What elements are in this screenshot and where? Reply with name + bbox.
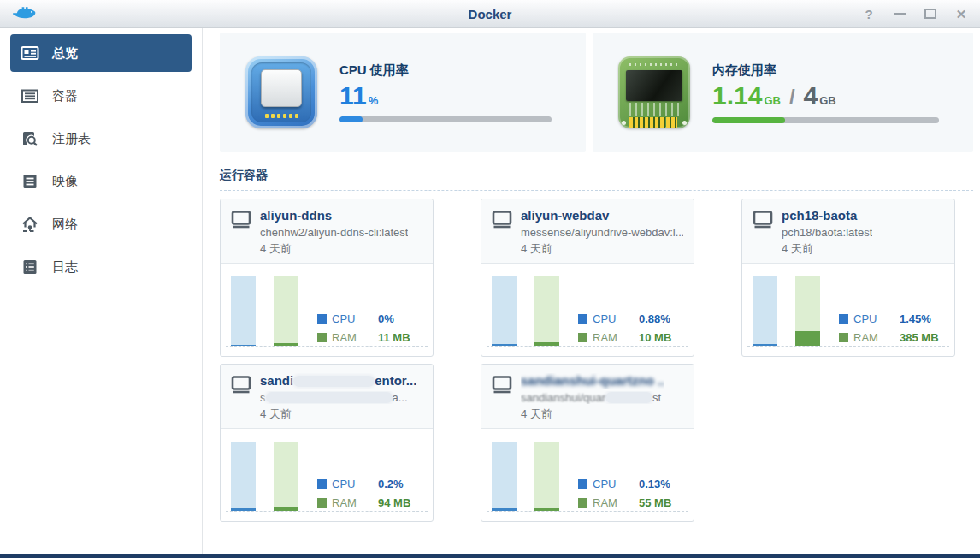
card-body: CPU 0.88% RAM 10 MB bbox=[481, 264, 694, 356]
stats-row: CPU 使用率 11 % bbox=[220, 33, 973, 152]
container-image: sa... bbox=[260, 391, 416, 404]
cpu-percent-unit: % bbox=[369, 94, 379, 107]
sidebar-item-overview[interactable]: 总览 bbox=[10, 34, 192, 72]
chart-baseline bbox=[226, 511, 428, 512]
container-name: aliyun-ddns bbox=[260, 208, 408, 224]
cpu-value: 0.88% bbox=[639, 312, 671, 325]
window-controls: ? ✕ bbox=[862, 7, 968, 21]
memory-used-value: 1.14 bbox=[712, 83, 762, 109]
ram-legend-swatch bbox=[839, 333, 848, 342]
maximize-button[interactable] bbox=[924, 7, 937, 21]
cpu-progress-bar bbox=[339, 116, 552, 122]
help-button[interactable]: ? bbox=[862, 7, 876, 21]
container-card-redacted-1[interactable]: sandientor... sa... 4 天前 CPU 0.2% bbox=[220, 364, 434, 522]
container-age: 4 天前 bbox=[521, 241, 683, 257]
main-content: CPU 使用率 11 % bbox=[203, 28, 980, 554]
ram-legend-swatch bbox=[317, 498, 327, 508]
ram-legend-label: RAM bbox=[332, 331, 378, 344]
container-monitor-icon bbox=[231, 208, 251, 257]
container-name: aliyun-webdav bbox=[521, 208, 683, 224]
sidebar-item-containers[interactable]: 容器 bbox=[0, 74, 202, 117]
chart-baseline bbox=[747, 346, 949, 347]
image-list-icon bbox=[21, 172, 39, 191]
docker-app-window: Docker ? ✕ 总览 容器 bbox=[0, 0, 980, 558]
cpu-legend-label: CPU bbox=[853, 312, 900, 325]
card-legend: CPU 0% RAM 11 MB bbox=[317, 312, 410, 344]
card-header: sandianshui-quartzno .. sandianshui/quar… bbox=[481, 365, 694, 429]
sidebar-item-label: 容器 bbox=[52, 88, 78, 104]
memory-total-unit: GB bbox=[819, 94, 836, 107]
cpu-usage-value: 11 % bbox=[339, 83, 552, 109]
card-legend: CPU 0.13% RAM 55 MB bbox=[578, 478, 671, 509]
log-icon bbox=[21, 258, 39, 276]
cpu-legend-swatch bbox=[839, 314, 848, 324]
cpu-percent-value: 11 bbox=[339, 83, 367, 109]
sidebar-item-label: 总览 bbox=[52, 45, 78, 62]
ram-legend-label: RAM bbox=[332, 496, 378, 509]
sidebar-item-images[interactable]: 映像 bbox=[0, 160, 202, 203]
cpu-mini-chart bbox=[231, 276, 256, 346]
cpu-legend-label: CPU bbox=[332, 478, 378, 490]
sidebar-item-registry[interactable]: 注册表 bbox=[0, 117, 202, 160]
minimize-button[interactable] bbox=[893, 7, 906, 21]
memory-progress-fill bbox=[712, 117, 785, 123]
overview-icon bbox=[21, 44, 39, 62]
ram-legend-label: RAM bbox=[593, 331, 639, 344]
container-monitor-icon bbox=[753, 208, 773, 257]
ram-mini-chart bbox=[274, 442, 298, 511]
ram-mini-chart bbox=[534, 276, 559, 346]
container-image: sandianshui/quarst bbox=[521, 391, 664, 404]
cpu-value: 0% bbox=[378, 312, 410, 325]
container-monitor-icon bbox=[231, 373, 251, 422]
cpu-mini-chart bbox=[492, 276, 517, 346]
chart-baseline bbox=[226, 346, 428, 347]
sidebar-item-network[interactable]: 网络 bbox=[0, 203, 202, 246]
card-header: aliyun-ddns chenhw2/aliyun-ddns-cli:late… bbox=[221, 199, 433, 264]
container-card-redacted-2[interactable]: sandianshui-quartzno .. sandianshui/quar… bbox=[481, 364, 694, 522]
card-header: pch18-baota pch18/baota:latest 4 天前 bbox=[742, 199, 954, 264]
memory-progress-bar bbox=[712, 117, 939, 123]
ram-chip-icon bbox=[618, 56, 690, 128]
ram-legend-label: RAM bbox=[593, 496, 639, 509]
cpu-legend-label: CPU bbox=[593, 478, 639, 490]
card-header: aliyun-webdav messense/aliyundrive-webda… bbox=[481, 199, 694, 264]
ram-value: 385 MB bbox=[900, 331, 939, 344]
titlebar: Docker ? ✕ bbox=[0, 0, 980, 28]
card-body: CPU 1.45% RAM 385 MB bbox=[742, 264, 954, 356]
container-name: sandientor... bbox=[260, 373, 416, 389]
container-name: sandianshui-quartzno .. bbox=[521, 373, 664, 389]
sidebar-item-label: 映像 bbox=[52, 174, 78, 190]
cpu-mini-chart bbox=[492, 442, 517, 511]
redaction-smudge bbox=[605, 392, 652, 403]
ram-value: 55 MB bbox=[639, 496, 671, 509]
cpu-mini-chart bbox=[753, 276, 777, 346]
container-card-aliyun-webdav[interactable]: aliyun-webdav messense/aliyundrive-webda… bbox=[481, 199, 694, 357]
cpu-legend-label: CPU bbox=[332, 312, 378, 325]
sidebar-item-label: 日志 bbox=[52, 259, 78, 276]
network-icon bbox=[21, 215, 39, 234]
cpu-usage-title: CPU 使用率 bbox=[339, 62, 552, 79]
ram-legend-swatch bbox=[578, 498, 587, 508]
cpu-chip-icon bbox=[245, 56, 317, 128]
window-title: Docker bbox=[0, 7, 980, 21]
redaction-smudge bbox=[266, 392, 393, 403]
card-legend: CPU 0.88% RAM 10 MB bbox=[578, 312, 671, 344]
memory-usage-title: 内存使用率 bbox=[712, 62, 939, 79]
card-legend: CPU 0.2% RAM 94 MB bbox=[317, 478, 410, 509]
memory-used-unit: GB bbox=[764, 94, 781, 107]
close-button[interactable]: ✕ bbox=[954, 7, 968, 21]
redaction-smudge bbox=[293, 376, 375, 387]
container-image: pch18/baota:latest bbox=[782, 226, 872, 239]
running-containers-heading: 运行容器 bbox=[220, 168, 973, 191]
container-card-pch18-baota[interactable]: pch18-baota pch18/baota:latest 4 天前 CPU … bbox=[741, 199, 955, 357]
container-monitor-icon bbox=[492, 373, 512, 422]
container-card-aliyun-ddns[interactable]: aliyun-ddns chenhw2/aliyun-ddns-cli:late… bbox=[220, 199, 434, 357]
card-body: CPU 0.13% RAM 55 MB bbox=[481, 429, 694, 521]
cpu-value: 0.2% bbox=[378, 478, 410, 490]
container-image: chenhw2/aliyun-ddns-cli:latest bbox=[260, 226, 408, 239]
memory-usage-panel: 内存使用率 1.14 GB / 4 GB bbox=[593, 33, 973, 152]
cpu-legend-swatch bbox=[578, 314, 587, 324]
cpu-value: 0.13% bbox=[639, 478, 671, 490]
sidebar-item-logs[interactable]: 日志 bbox=[0, 246, 202, 288]
chart-baseline bbox=[487, 346, 688, 347]
